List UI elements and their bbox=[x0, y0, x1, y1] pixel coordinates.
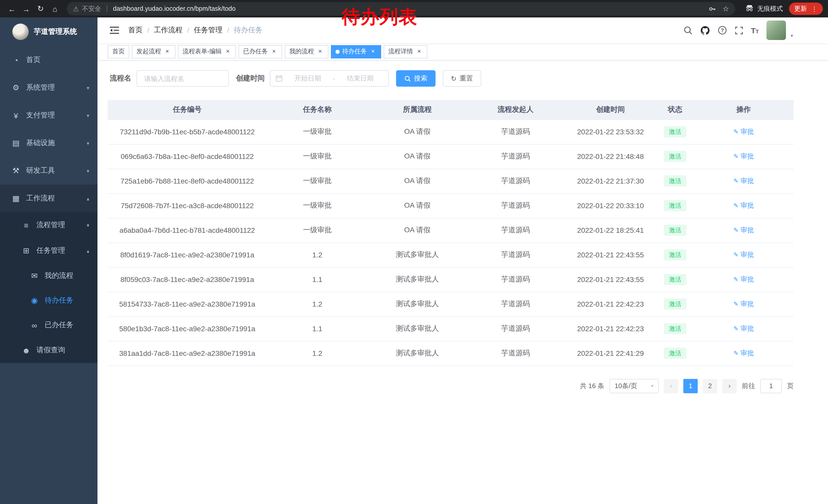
page-size-select[interactable]: 10条/页 ▾ bbox=[610, 379, 659, 393]
cell-task-name: 一级审批 bbox=[267, 144, 368, 169]
sidebar-item-infrastructure[interactable]: ▤基础设施▾ bbox=[0, 129, 97, 157]
cell-create-time: 2022-01-22 18:25:41 bbox=[564, 218, 657, 242]
sidebar-item-done-task[interactable]: ∞已办任务 bbox=[0, 313, 97, 337]
close-icon[interactable]: × bbox=[416, 48, 423, 55]
sidebar-item-label: 工作流程 bbox=[26, 194, 55, 203]
approve-button[interactable]: ✎审批 bbox=[733, 349, 754, 358]
key-icon[interactable] bbox=[709, 5, 716, 12]
menu-dots-icon[interactable]: ⋮ bbox=[811, 5, 818, 12]
table-row: 75d72608-7b7f-11ec-a3c8-acde48001122一级审批… bbox=[108, 193, 794, 218]
sidebar-item-my-process[interactable]: ✉我的流程 bbox=[0, 264, 97, 288]
divider bbox=[107, 5, 107, 12]
page-header: 首页/工作流程/任务管理/待办任务 ? TT ▾ bbox=[97, 17, 828, 43]
help-icon[interactable]: ? bbox=[717, 26, 727, 35]
reset-button[interactable]: ↻ 重置 bbox=[443, 70, 481, 87]
font-size-icon[interactable]: TT bbox=[751, 26, 759, 35]
tab-form-edit[interactable]: 流程表单-编辑× bbox=[178, 45, 236, 58]
tab-my-process[interactable]: 我的流程× bbox=[285, 45, 328, 58]
sidebar-item-process-mgmt[interactable]: ≡流程管理▾ bbox=[0, 212, 97, 238]
tab-todo-task[interactable]: 待办任务× bbox=[331, 45, 381, 58]
cell-create-time: 2022-01-22 20:33:10 bbox=[564, 193, 657, 218]
close-icon[interactable]: × bbox=[164, 48, 171, 55]
tab-start-process[interactable]: 发起流程× bbox=[132, 45, 175, 58]
github-icon[interactable] bbox=[700, 26, 710, 35]
main-area: 首页/工作流程/任务管理/待办任务 ? TT ▾ 首页发起流程×流程表单 bbox=[97, 17, 828, 504]
tab-process-detail[interactable]: 流程详情× bbox=[384, 45, 427, 58]
workflow-icon: ▦ bbox=[10, 194, 22, 203]
search-icon[interactable] bbox=[683, 26, 692, 35]
hamburger-icon[interactable] bbox=[110, 26, 119, 34]
edit-icon: ✎ bbox=[733, 128, 739, 135]
breadcrumb-item[interactable]: 任务管理 bbox=[194, 26, 223, 35]
tab-label: 流程表单-编辑 bbox=[182, 47, 222, 56]
total-count: 共 16 条 bbox=[580, 381, 604, 391]
infrastructure-icon: ▤ bbox=[10, 138, 22, 148]
sidebar-item-home[interactable]: ◔首页 bbox=[0, 46, 97, 74]
sidebar-item-devtools[interactable]: ⚒研发工具▾ bbox=[0, 157, 97, 185]
cell-status: 激活 bbox=[657, 120, 694, 144]
breadcrumb-separator: / bbox=[187, 26, 189, 34]
tab-label: 我的流程 bbox=[289, 47, 314, 56]
approve-button[interactable]: ✎审批 bbox=[733, 324, 754, 333]
table-row: 8f059c03-7ac8-11ec-a9e2-a2380e71991a1.1测… bbox=[108, 267, 794, 292]
table-row: 725a1eb6-7b88-11ec-8ef0-acde48001122一级审批… bbox=[108, 169, 794, 193]
close-icon[interactable]: × bbox=[224, 48, 232, 55]
next-page-button[interactable]: › bbox=[722, 379, 737, 393]
cell-actions: ✎审批 bbox=[694, 144, 794, 169]
approve-button[interactable]: ✎审批 bbox=[733, 176, 754, 186]
approve-button[interactable]: ✎审批 bbox=[733, 152, 754, 161]
close-icon[interactable]: × bbox=[271, 48, 278, 55]
approve-button[interactable]: ✎审批 bbox=[733, 226, 754, 235]
process-name-input[interactable] bbox=[136, 70, 229, 87]
cell-actions: ✎审批 bbox=[694, 292, 794, 316]
bookmark-star-icon[interactable]: ☆ bbox=[722, 5, 729, 13]
fullscreen-icon[interactable] bbox=[734, 26, 743, 35]
home-button[interactable]: ⌂ bbox=[48, 2, 61, 15]
approve-button[interactable]: ✎审批 bbox=[733, 300, 754, 309]
cell-status: 激活 bbox=[657, 169, 694, 193]
close-icon[interactable]: × bbox=[317, 48, 324, 55]
address-bar[interactable]: ⚠ 不安全 dashboard.yudao.iocoder.cn/bpm/tas… bbox=[67, 2, 735, 15]
cell-starter: 芋道源码 bbox=[467, 218, 564, 242]
search-button[interactable]: 搜索 bbox=[396, 70, 436, 87]
sidebar-item-label: 待办任务 bbox=[45, 296, 73, 305]
sidebar-item-workflow[interactable]: ▦工作流程▴ bbox=[0, 185, 97, 212]
approve-button[interactable]: ✎审批 bbox=[733, 201, 754, 210]
sidebar-item-todo-task[interactable]: ◉待办任务 bbox=[0, 288, 97, 313]
goto-page-input[interactable] bbox=[760, 379, 782, 393]
approve-button[interactable]: ✎审批 bbox=[733, 127, 754, 136]
cell-create-time: 2022-01-21 22:43:55 bbox=[564, 242, 657, 267]
approve-button[interactable]: ✎审批 bbox=[733, 275, 754, 284]
close-icon[interactable]: × bbox=[369, 48, 377, 55]
glasses-icon: ∞ bbox=[29, 321, 40, 329]
end-date-placeholder[interactable]: 结束日期 bbox=[337, 74, 383, 83]
forward-button[interactable]: → bbox=[19, 2, 33, 15]
breadcrumb-item[interactable]: 工作流程 bbox=[154, 26, 182, 35]
reload-button[interactable]: ↻ bbox=[34, 2, 47, 15]
back-button[interactable]: ← bbox=[5, 2, 18, 15]
breadcrumb-item[interactable]: 首页 bbox=[128, 26, 142, 35]
approve-button[interactable]: ✎审批 bbox=[733, 250, 754, 260]
avatar[interactable] bbox=[767, 20, 786, 40]
page-button-2[interactable]: 2 bbox=[703, 379, 717, 393]
tab-done-task[interactable]: 已办任务× bbox=[239, 45, 282, 58]
logo[interactable]: 芋道管理系统 bbox=[0, 17, 97, 46]
tab-home[interactable]: 首页 bbox=[108, 45, 129, 58]
update-button[interactable]: 更新 ⋮ bbox=[789, 3, 823, 15]
sidebar-item-task-mgmt[interactable]: ⊞任务管理▴ bbox=[0, 238, 97, 264]
chevron-down-icon[interactable]: ▾ bbox=[791, 33, 793, 39]
calendar-icon bbox=[276, 75, 283, 82]
page-button-1[interactable]: 1 bbox=[683, 379, 698, 393]
date-range-picker[interactable]: 开始日期 - 结束日期 bbox=[270, 70, 389, 87]
approve-label: 审批 bbox=[741, 201, 754, 210]
table-header-row: 任务编号任务名称所属流程流程发起人创建时间状态操作 bbox=[108, 100, 794, 120]
start-date-placeholder[interactable]: 开始日期 bbox=[285, 74, 331, 83]
user-icon: ☻ bbox=[20, 346, 32, 355]
sidebar-item-leave-query[interactable]: ☻请假查询 bbox=[0, 337, 97, 363]
sidebar-item-payment[interactable]: ¥支付管理▾ bbox=[0, 101, 97, 129]
breadcrumb: 首页/工作流程/任务管理/待办任务 bbox=[128, 26, 262, 35]
tab-label: 首页 bbox=[112, 47, 125, 56]
sidebar-item-system[interactable]: ⚙系统管理▾ bbox=[0, 74, 97, 101]
prev-page-button[interactable]: ‹ bbox=[664, 379, 678, 393]
cell-create-time: 2022-01-22 21:37:30 bbox=[564, 169, 657, 193]
